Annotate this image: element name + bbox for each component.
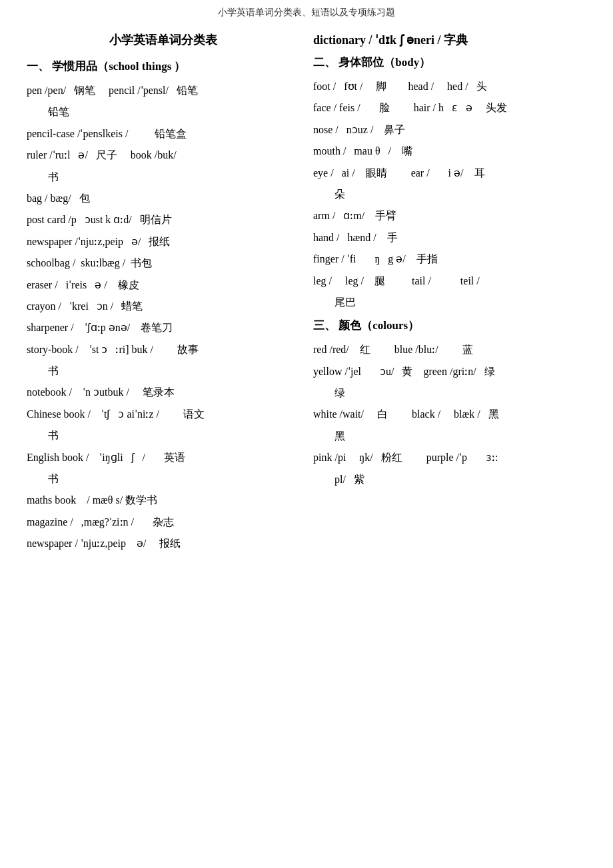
- word-entry-ear-label: 朵: [313, 185, 586, 205]
- word-entry-red: red /red/ 红 blue /bluː/ 蓝: [313, 340, 586, 360]
- word-entry-bag: bag / bæg/ 包: [27, 189, 300, 209]
- word-entry-foot: foot / fʊt / 脚 head / hed / 头: [313, 77, 586, 97]
- word-entry-notebook: notebook / ˈn ɔutbuk / 笔录本: [27, 382, 300, 402]
- page-title: 小学英语单词分类表、短语以及专项练习题: [27, 7, 586, 19]
- word-entry-sharpener: sharpener / ˈʃɑːp ənə/ 卷笔刀: [27, 318, 300, 338]
- section1-title: 一、 学惯用品（school things ）: [27, 59, 300, 74]
- right-header-dictionary: dictionary / ˈdɪk ʃ əneri / 字典: [313, 32, 586, 48]
- word-entry-englishbook: English book / ˈiŋɡli ʃ / 英语: [27, 448, 300, 468]
- word-entry-storybook: story-book / ˈst ɔ ːri] buk / 故事: [27, 340, 300, 360]
- word-entry-face: face / feis / 脸 hair / h ɛ ə 头发: [313, 98, 586, 118]
- word-entry-chinesebook-label: 书: [27, 426, 300, 446]
- word-entry-mathsbook: maths book / mæθ s/ 数学书: [27, 490, 300, 510]
- word-entry-arm: arm / ɑːm/ 手臂: [313, 206, 586, 226]
- word-entry-eye: eye / ai / 眼睛 ear / i ə/ 耳: [313, 163, 586, 183]
- word-entry-ruler: ruler /ˈruːl ə/ 尺子 book /buk/: [27, 145, 300, 165]
- word-entry-black-label: 黑: [313, 426, 586, 446]
- word-entry-finger: finger / ˈfi ŋ g ə/ 手指: [313, 249, 586, 269]
- word-entry-tail-label: 尾巴: [313, 292, 586, 312]
- section3-title: 三、 颜色（colours）: [313, 318, 586, 333]
- word-entry-book-label: 书: [27, 167, 300, 187]
- word-entry-yellow: yellow /ˈjel ɔu/ 黄 green /griːn/ 绿: [313, 362, 586, 382]
- word-entry-newspaper1: newspaper /ˈnjuːz,peip ə/ 报纸: [27, 232, 300, 252]
- word-entry-pen: pen /pen/ 钢笔 pencil /ˈpensl/ 铅笔: [27, 81, 300, 101]
- word-entry-newspaper2: newspaper / ˈnjuːz,peip ə/ 报纸: [27, 534, 300, 554]
- word-entry-pink: pink /pi ŋk/ 粉红 purple /ˈp ɜː:: [313, 448, 586, 468]
- word-entry-storybook-label: 书: [27, 361, 300, 381]
- word-entry-eraser: eraser / iˈreis ə / 橡皮: [27, 275, 300, 295]
- word-entry-green-label: 绿: [313, 383, 586, 403]
- word-entry-pencilcase: pencil-case /ˈpenslkeis / 铅笔盒: [27, 124, 300, 144]
- word-entry-nose: nose / nɔuz / 鼻子: [313, 120, 586, 140]
- word-entry-crayon: crayon / ˈkrei ɔn / 蜡笔: [27, 296, 300, 316]
- word-entry-chinesebook: Chinese book / ˈtʃ ɔ aiˈniːz / 语文: [27, 404, 300, 424]
- left-main-title: 小学英语单词分类表: [27, 32, 300, 48]
- word-entry-mouth: mouth / mau θ / 嘴: [313, 141, 586, 161]
- word-entry-schoolbag: schoolbag / skuːlbæg / 书包: [27, 253, 300, 273]
- word-entry-pencil-label: 铅笔: [27, 102, 300, 122]
- word-entry-magazine: magazine / ,mæg?ˈziːn / 杂志: [27, 512, 300, 532]
- section2-title: 二、 身体部位（body）: [313, 55, 586, 70]
- word-entry-hand: hand / hænd / 手: [313, 228, 586, 248]
- word-entry-purple-label: pl/ 紫: [313, 470, 586, 490]
- word-entry-leg: leg / leg / 腿 tail / teil /: [313, 271, 586, 291]
- word-entry-white: white /wait/ 白 black / blæk / 黑: [313, 404, 586, 424]
- word-entry-englishbook-label: 书: [27, 469, 300, 489]
- word-entry-postcard: post card /p ɔust k ɑːd/ 明信片: [27, 210, 300, 230]
